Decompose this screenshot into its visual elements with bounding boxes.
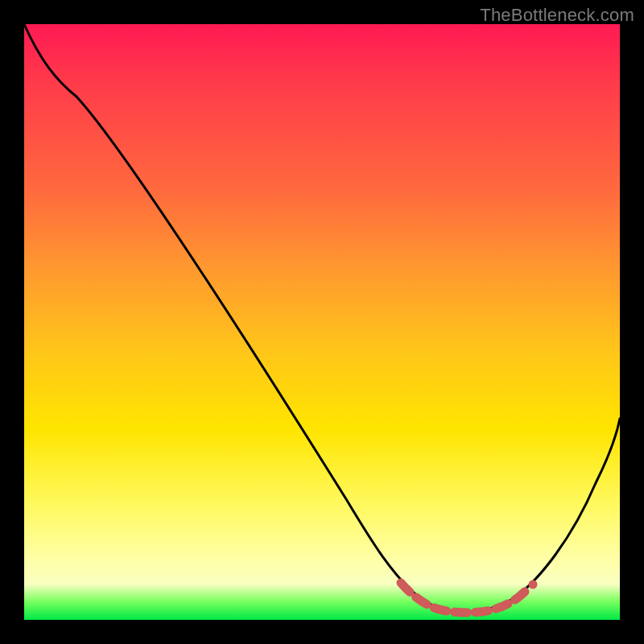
highlight-band-path	[401, 583, 525, 613]
watermark-text: TheBottleneck.com	[480, 5, 634, 26]
bottleneck-curve-path	[24, 24, 620, 612]
outer-frame: TheBottleneck.com	[0, 0, 644, 644]
chart-area	[24, 24, 620, 620]
chart-svg	[24, 24, 620, 620]
highlight-dot-right	[529, 580, 538, 589]
